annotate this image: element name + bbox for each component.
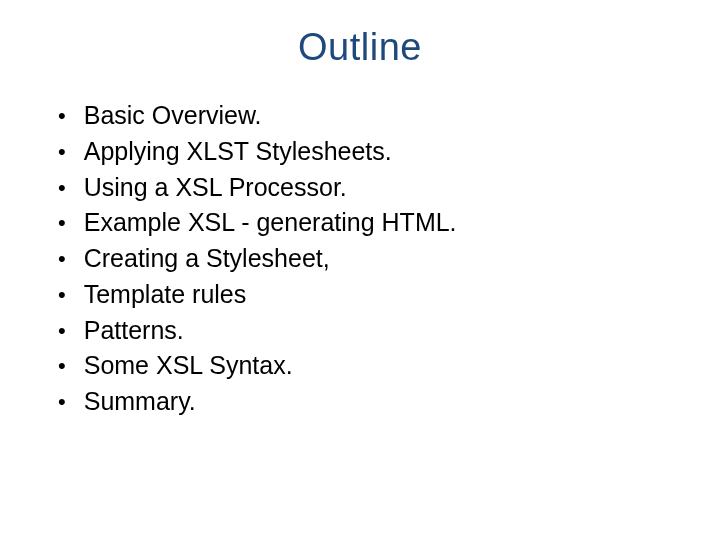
bullet-icon: • (58, 316, 66, 347)
bullet-icon: • (58, 387, 66, 418)
bullet-icon: • (58, 137, 66, 168)
slide-title: Outline (50, 26, 670, 69)
slide-content: • Basic Overview. • Applying XLST Styles… (50, 99, 670, 419)
list-item: • Patterns. (58, 314, 670, 348)
list-item: • Summary. (58, 385, 670, 419)
slide-container: Outline • Basic Overview. • Applying XLS… (0, 0, 720, 540)
bullet-icon: • (58, 208, 66, 239)
bullet-icon: • (58, 351, 66, 382)
bullet-icon: • (58, 101, 66, 132)
list-item: • Basic Overview. (58, 99, 670, 133)
bullet-list: • Basic Overview. • Applying XLST Styles… (58, 99, 670, 419)
list-item-text: Applying XLST Stylesheets. (84, 135, 392, 169)
list-item: • Template rules (58, 278, 670, 312)
list-item-text: Summary. (84, 385, 196, 419)
list-item-text: Example XSL - generating HTML. (84, 206, 457, 240)
bullet-icon: • (58, 173, 66, 204)
list-item: • Creating a Stylesheet, (58, 242, 670, 276)
list-item: • Some XSL Syntax. (58, 349, 670, 383)
list-item-text: Some XSL Syntax. (84, 349, 293, 383)
bullet-icon: • (58, 280, 66, 311)
list-item-text: Patterns. (84, 314, 184, 348)
list-item-text: Creating a Stylesheet, (84, 242, 330, 276)
list-item-text: Template rules (84, 278, 247, 312)
list-item: • Applying XLST Stylesheets. (58, 135, 670, 169)
bullet-icon: • (58, 244, 66, 275)
list-item-text: Using a XSL Processor. (84, 171, 347, 205)
list-item: • Example XSL - generating HTML. (58, 206, 670, 240)
list-item: • Using a XSL Processor. (58, 171, 670, 205)
list-item-text: Basic Overview. (84, 99, 262, 133)
